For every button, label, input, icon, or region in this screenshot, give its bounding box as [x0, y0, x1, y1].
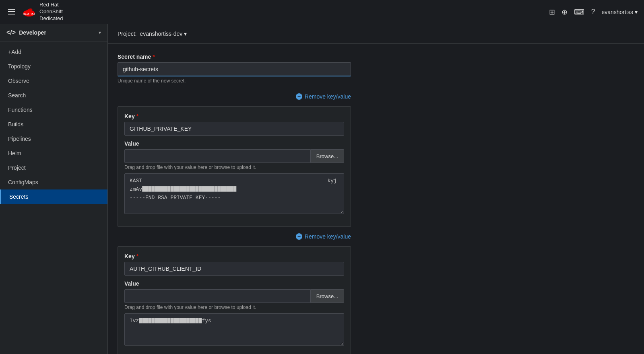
sidebar-item-observe[interactable]: Observe	[0, 74, 107, 88]
kv-section-2: Key * Value Browse...	[118, 246, 351, 354]
redhat-logo: RED HAT	[22, 4, 36, 19]
hamburger-menu[interactable]	[6, 7, 17, 16]
value2-textarea[interactable]	[124, 313, 344, 346]
sidebar-item-functions[interactable]: Functions	[0, 103, 107, 117]
sidebar-nav: +Add Topology Observe Search Functions B…	[0, 41, 107, 207]
minus-circle-icon-2: −	[296, 233, 302, 240]
secret-name-hint: Unique name of the new secret.	[118, 78, 460, 84]
user-menu[interactable]: evanshortiss ▾	[601, 9, 638, 15]
sidebar-context-switcher[interactable]: </> Developer ▾	[0, 24, 107, 41]
required-indicator: *	[153, 54, 155, 60]
brand: RED HAT Red Hat OpenShift Dedicated	[22, 2, 63, 22]
main-content: Project: evanshortiss-dev ▾ Secret name …	[108, 24, 644, 354]
value2-file-input[interactable]	[124, 289, 311, 303]
key1-input[interactable]	[124, 122, 344, 136]
apps-icon[interactable]: ⊞	[549, 8, 555, 16]
secret-name-label: Secret name *	[118, 54, 460, 60]
sidebar-item-search[interactable]: Search	[0, 88, 107, 103]
sidebar-item-pipelines[interactable]: Pipelines	[0, 132, 107, 146]
form-area: Secret name * Unique name of the new sec…	[108, 44, 470, 354]
value1-file-input[interactable]	[124, 149, 311, 163]
value1-textarea-container: KAST kyj zmAv<span style="background:red…	[124, 173, 344, 215]
sidebar-item-add[interactable]: +Add	[0, 45, 107, 59]
value1-label: Value	[124, 140, 344, 147]
value2-label: Value	[124, 280, 344, 287]
value2-drag-hint: Drag and drop file with your value here …	[124, 305, 344, 310]
minus-circle-icon-1: −	[296, 93, 302, 100]
key-value-pair-1: − Remove key/value Key *	[118, 93, 460, 227]
secret-name-input[interactable]	[118, 62, 351, 76]
value1-textarea[interactable]: KAST kyj zmAv<span style="background:red…	[124, 173, 344, 214]
svg-text:RED HAT: RED HAT	[23, 12, 35, 15]
add-icon[interactable]: ⊕	[561, 8, 568, 16]
key-row-1: Key *	[124, 113, 344, 136]
sidebar-item-secrets[interactable]: Secrets	[0, 189, 107, 204]
value2-browse-row: Browse...	[124, 289, 344, 303]
key-row-2: Key *	[124, 253, 344, 276]
top-nav: RED HAT Red Hat OpenShift Dedicated ⊞ ⊕ …	[0, 0, 644, 24]
value2-browse-button[interactable]: Browse...	[311, 289, 344, 303]
remove-key-value-1[interactable]: − Remove key/value	[118, 93, 351, 100]
terminal-icon[interactable]: ⌨	[574, 8, 584, 16]
secret-name-section: Secret name * Unique name of the new sec…	[118, 54, 460, 84]
sidebar-item-project[interactable]: Project	[0, 161, 107, 175]
sidebar-item-builds[interactable]: Builds	[0, 117, 107, 132]
developer-icon: </>	[6, 29, 16, 36]
value-row-2: Value Browse... Drag and drop file with …	[124, 280, 344, 347]
key2-label: Key *	[124, 253, 344, 259]
user-chevron-icon: ▾	[635, 9, 638, 15]
sidebar-item-configmaps[interactable]: ConfigMaps	[0, 175, 107, 189]
help-icon[interactable]: ?	[591, 8, 595, 16]
key-value-pair-2: − Remove key/value Key *	[118, 233, 460, 354]
value1-drag-hint: Drag and drop file with your value here …	[124, 165, 344, 170]
key2-input[interactable]	[124, 262, 344, 276]
key1-required: *	[136, 113, 138, 119]
layout: </> Developer ▾ +Add Topology Observe Se…	[0, 24, 644, 354]
value1-browse-button[interactable]: Browse...	[311, 149, 344, 163]
chevron-down-icon: ▾	[99, 30, 101, 35]
key2-required: *	[136, 253, 138, 259]
username: evanshortiss	[601, 9, 633, 15]
sidebar: </> Developer ▾ +Add Topology Observe Se…	[0, 24, 108, 354]
project-bar: Project: evanshortiss-dev ▾	[108, 24, 644, 44]
kv-section-1: Key * Value Browse...	[118, 106, 351, 227]
sidebar-item-helm[interactable]: Helm	[0, 146, 107, 161]
sidebar-item-topology[interactable]: Topology	[0, 59, 107, 74]
project-label: Project:	[118, 31, 136, 37]
key1-label: Key *	[124, 113, 344, 119]
value1-browse-row: Browse...	[124, 149, 344, 163]
value-row-1: Value Browse... Drag and drop file with …	[124, 140, 344, 215]
brand-text: Red Hat OpenShift Dedicated	[39, 2, 63, 22]
project-dropdown-icon: ▾	[184, 31, 187, 37]
project-dropdown[interactable]: evanshortiss-dev ▾	[140, 31, 187, 37]
sidebar-context-label: Developer	[19, 29, 46, 36]
remove-key-value-2[interactable]: − Remove key/value	[118, 233, 351, 240]
project-name: evanshortiss-dev	[140, 31, 182, 37]
